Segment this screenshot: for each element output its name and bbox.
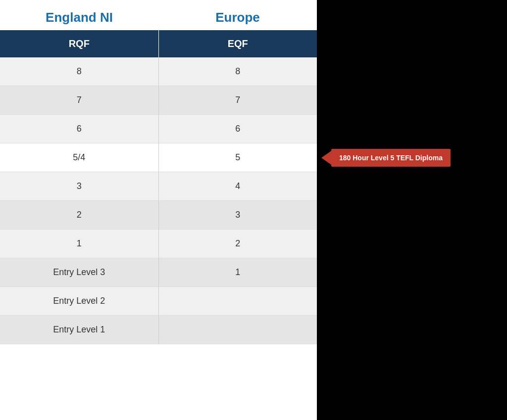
rqf-cell: 3 [0, 172, 158, 201]
eqf-cell [159, 316, 317, 344]
table-row: Entry Level 1 [0, 316, 317, 344]
table-row: 66 [0, 115, 317, 143]
table-row: 5/45180 Hour Level 5 TEFL Diploma [0, 143, 317, 172]
england-ni-title: England NI [0, 0, 158, 30]
eqf-cell: 6 [159, 115, 317, 143]
table-row: 12 [0, 230, 317, 258]
table-row: 34 [0, 172, 317, 201]
rqf-cell: Entry Level 3 [0, 258, 158, 287]
eqf-cell: 5 [159, 143, 317, 172]
rqf-cell: 2 [0, 201, 158, 230]
callout-arrow: 180 Hour Level 5 TEFL Diploma [321, 149, 451, 167]
eqf-cell: 8 [159, 57, 317, 86]
rqf-cell: 5/4 [0, 143, 158, 172]
rqf-header: RQF [0, 30, 158, 57]
table-row: Entry Level 2 [0, 287, 317, 316]
table-row: Entry Level 31 [0, 258, 317, 287]
rqf-cell: 6 [0, 115, 158, 143]
table-row: 23 [0, 201, 317, 230]
rqf-cell: 7 [0, 86, 158, 115]
regions-header: England NI Europe [0, 0, 317, 30]
comparison-table: RQF EQF 8877665/45180 Hour Level 5 TEFL … [0, 30, 317, 344]
europe-title: Europe [158, 0, 317, 30]
eqf-cell: 7 [159, 86, 317, 115]
eqf-cell: 2 [159, 230, 317, 258]
eqf-cell [159, 287, 317, 316]
table-row: 77 [0, 86, 317, 115]
page-container: England NI Europe RQF EQF 8877665/45180 … [0, 0, 317, 420]
eqf-cell: 3 [159, 201, 317, 230]
eqf-header: EQF [159, 30, 317, 57]
eqf-cell: 4 [159, 172, 317, 201]
table-row: 88 [0, 57, 317, 86]
rqf-cell: Entry Level 2 [0, 287, 158, 316]
rqf-cell: Entry Level 1 [0, 316, 158, 344]
column-headers: RQF EQF [0, 30, 317, 57]
table-rows: 8877665/45180 Hour Level 5 TEFL Diploma3… [0, 57, 317, 344]
eqf-cell: 1 [159, 258, 317, 287]
callout-label: 180 Hour Level 5 TEFL Diploma [331, 149, 451, 167]
rqf-cell: 8 [0, 57, 158, 86]
arrow-icon [321, 151, 331, 165]
rqf-cell: 1 [0, 230, 158, 258]
